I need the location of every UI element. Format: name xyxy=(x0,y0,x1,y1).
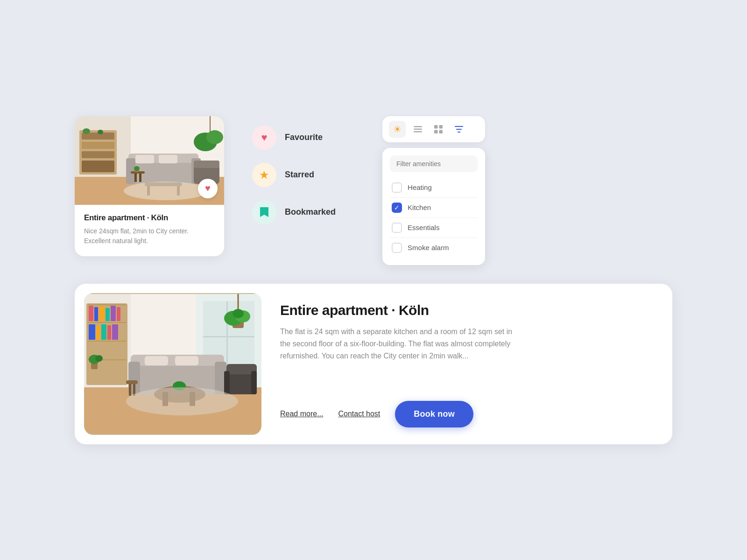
svg-rect-50 xyxy=(94,307,98,321)
filter-panel: ☀ xyxy=(382,116,485,265)
filter-item-essentials[interactable]: Essentials xyxy=(390,218,478,238)
svg-point-8 xyxy=(83,128,90,134)
svg-rect-42 xyxy=(203,336,254,337)
card-content: Entire apartment · Köln Nice 24sqm flat,… xyxy=(75,205,224,256)
filter-item-heating[interactable]: Heating xyxy=(390,178,478,198)
svg-rect-53 xyxy=(111,306,116,321)
bookmarked-icon-circle xyxy=(252,200,276,224)
svg-rect-84 xyxy=(129,384,131,396)
svg-point-62 xyxy=(95,355,103,362)
svg-rect-68 xyxy=(175,356,198,365)
kitchen-label: Kitchen xyxy=(408,203,431,211)
starred-label: Starred xyxy=(285,170,314,180)
large-card-actions: Read more... Contact host Book now xyxy=(280,401,654,427)
svg-rect-7 xyxy=(82,161,114,172)
filter-item-kitchen[interactable]: ✓ Kitchen xyxy=(390,198,478,218)
icon-labels-group: ♥ Favourite ★ Starred Bookmarked xyxy=(252,126,336,224)
svg-rect-52 xyxy=(106,308,110,321)
filter-icon xyxy=(455,125,463,133)
svg-rect-30 xyxy=(414,126,422,127)
card-image: ♥ xyxy=(75,116,224,205)
star-icon: ★ xyxy=(259,168,269,182)
essentials-label: Essentials xyxy=(408,224,439,231)
page-container: ♥ Entire apartment · Köln Nice 24sqm fla… xyxy=(75,88,672,472)
svg-point-21 xyxy=(206,130,223,144)
contact-host-button[interactable]: Contact host xyxy=(338,410,380,418)
svg-rect-32 xyxy=(414,131,422,133)
svg-point-9 xyxy=(98,130,103,134)
book-now-button[interactable]: Book now xyxy=(395,401,473,427)
favourite-item[interactable]: ♥ Favourite xyxy=(252,126,336,150)
svg-rect-55 xyxy=(89,324,95,340)
filter-search-input[interactable] xyxy=(390,155,478,172)
read-more-button[interactable]: Read more... xyxy=(280,410,323,418)
sun-view-button[interactable]: ☀ xyxy=(389,121,406,138)
smoke-alarm-checkbox[interactable] xyxy=(392,243,402,253)
list-view-button[interactable] xyxy=(409,121,426,138)
svg-point-82 xyxy=(233,309,244,318)
heating-checkbox[interactable] xyxy=(392,182,402,193)
svg-point-24 xyxy=(124,182,208,200)
card-description: Nice 24sqm flat, 2min to City center. Ex… xyxy=(84,226,215,246)
svg-rect-46 xyxy=(88,322,126,323)
svg-rect-5 xyxy=(82,142,114,149)
svg-rect-45 xyxy=(88,304,126,305)
starred-item[interactable]: ★ Starred xyxy=(252,163,336,187)
svg-rect-54 xyxy=(117,307,120,321)
large-card-content: Entire apartment · Köln The flat is 24 s… xyxy=(271,284,672,444)
svg-rect-57 xyxy=(101,324,106,340)
svg-rect-26 xyxy=(134,174,137,182)
svg-rect-83 xyxy=(126,380,138,384)
small-listing-card: ♥ Entire apartment · Köln Nice 24sqm fla… xyxy=(75,116,224,256)
svg-rect-56 xyxy=(96,326,100,340)
svg-rect-36 xyxy=(439,130,443,133)
starred-icon-circle: ★ xyxy=(252,163,276,187)
card-title: Entire apartment · Köln xyxy=(84,213,215,223)
svg-rect-51 xyxy=(99,306,105,321)
room-illustration-large xyxy=(84,293,261,435)
top-row: ♥ Entire apartment · Köln Nice 24sqm fla… xyxy=(75,116,672,265)
svg-rect-59 xyxy=(112,324,118,340)
heart-icon: ♥ xyxy=(205,183,211,194)
svg-rect-12 xyxy=(126,158,135,184)
list-icon xyxy=(414,126,422,133)
grid-view-button[interactable] xyxy=(430,121,447,138)
svg-rect-6 xyxy=(82,151,114,158)
svg-rect-14 xyxy=(135,155,154,163)
favourite-icon-circle: ♥ xyxy=(252,126,276,150)
heart-icon: ♥ xyxy=(261,132,267,144)
svg-rect-27 xyxy=(139,174,141,182)
filter-list-container: Heating ✓ Kitchen Essentials Smoke a xyxy=(390,178,478,258)
svg-point-86 xyxy=(126,387,238,415)
svg-rect-58 xyxy=(107,325,111,340)
heating-label: Heating xyxy=(408,183,432,191)
svg-rect-33 xyxy=(434,125,438,129)
svg-rect-35 xyxy=(434,130,438,133)
filter-item-smoke-alarm[interactable]: Smoke alarm xyxy=(390,238,478,258)
svg-rect-49 xyxy=(89,306,93,321)
sun-icon: ☀ xyxy=(393,124,402,135)
svg-rect-31 xyxy=(414,128,422,130)
large-card-title: Entire apartment · Köln xyxy=(280,302,654,318)
filter-dropdown: Heating ✓ Kitchen Essentials Smoke a xyxy=(382,148,485,265)
svg-rect-47 xyxy=(88,341,126,342)
smoke-alarm-label: Smoke alarm xyxy=(408,244,449,252)
svg-rect-71 xyxy=(224,371,230,394)
large-listing-card: Entire apartment · Köln The flat is 24 s… xyxy=(75,284,672,444)
svg-point-29 xyxy=(134,166,140,171)
kitchen-checkbox[interactable]: ✓ xyxy=(392,203,402,213)
bookmarked-label: Bookmarked xyxy=(285,207,336,217)
toolbar-row: ☀ xyxy=(382,116,485,142)
grid-icon xyxy=(434,125,443,133)
svg-rect-34 xyxy=(439,125,443,129)
heart-favourite-button[interactable]: ♥ xyxy=(198,179,218,198)
essentials-checkbox[interactable] xyxy=(392,223,402,233)
svg-rect-15 xyxy=(159,155,177,163)
bookmark-icon xyxy=(259,206,269,218)
filter-list: Heating ✓ Kitchen Essentials Smoke a xyxy=(390,178,478,258)
bookmarked-item[interactable]: Bookmarked xyxy=(252,200,336,224)
filter-button[interactable] xyxy=(451,121,467,138)
svg-rect-72 xyxy=(251,371,257,394)
favourite-label: Favourite xyxy=(285,133,323,142)
svg-rect-67 xyxy=(145,356,168,365)
